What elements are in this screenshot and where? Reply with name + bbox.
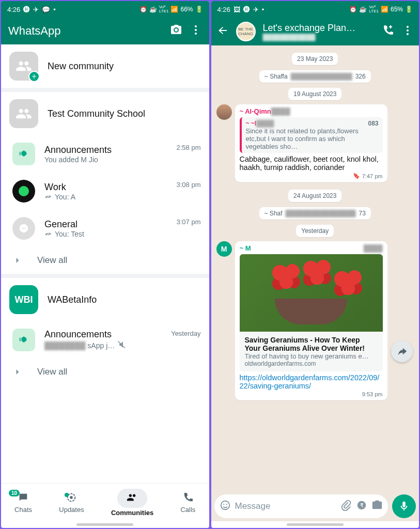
megaphone-icon (12, 143, 35, 165)
sender-avatar (216, 104, 232, 120)
input-placeholder: Message (235, 501, 337, 511)
message-bubble[interactable]: ~ Al-Qimn████ ~ ~l████083 Since it is no… (235, 104, 387, 182)
community-wabetainfo[interactable]: WBI WABetaInfo (1, 278, 209, 321)
battery-icon: 🔋 (405, 6, 413, 13)
nav-updates[interactable]: Updates (59, 492, 84, 514)
signal-icon: 📶 (170, 6, 178, 13)
community-list[interactable]: New community Test Community School Anno… (1, 44, 209, 483)
channel-announcements[interactable]: Announcements You added M Jio 2:58 pm (1, 135, 209, 173)
nav-calls[interactable]: Calls (180, 492, 195, 514)
menu-icon[interactable] (401, 24, 414, 39)
system-message: ~ Shaffa██████████████326 (259, 70, 371, 83)
chats-badge: 10 (9, 490, 20, 496)
message-url[interactable]: https://oldworldgardenfarms.com/2022/09/… (240, 374, 383, 390)
new-community-row[interactable]: New community (1, 44, 209, 92)
back-icon[interactable] (216, 24, 229, 39)
communities-icon (127, 492, 138, 503)
chat-app-bar: Let's exchange Plan… ████████████ (211, 18, 419, 45)
message-icon: 💬 (42, 6, 50, 13)
chat-scroll[interactable]: 23 May 2023 ~ Shaffa██████████████326 19… (211, 45, 419, 491)
svg-point-12 (407, 33, 409, 35)
svg-point-0 (195, 25, 197, 27)
plus-badge-icon (28, 71, 40, 82)
updates-dot (65, 493, 69, 497)
sender-avatar: M (216, 241, 232, 257)
message-input[interactable]: Message ₹ (214, 494, 388, 518)
svg-point-9 (70, 496, 73, 499)
sender-name: ~ Al-Qimn (240, 107, 271, 115)
app-title: WhatsApp (8, 24, 163, 38)
coffee-icon: ☕ (149, 6, 157, 13)
bookmark-icon: 🔖 (353, 173, 360, 179)
channel-general[interactable]: General You: Test 3:07 pm (1, 210, 209, 247)
community-name: WABetaInfo (48, 294, 201, 305)
channel-wbi-announcements[interactable]: Announcements ████████ sApp j… Yesterday (1, 321, 209, 359)
lte-icon: VoᴮLTE1 (369, 5, 379, 13)
group-avatar[interactable] (236, 22, 256, 41)
quoted-message[interactable]: ~ ~l████083 Since it is not related to p… (240, 117, 383, 153)
message-bubble-link[interactable]: M ~ M████ Saving Geraniums - How To Keep… (235, 241, 387, 400)
camera-icon[interactable] (371, 500, 383, 513)
telegram-icon: ✈ (33, 6, 39, 13)
svg-point-2 (195, 33, 197, 35)
nav-label: Calls (180, 506, 195, 514)
share-fab[interactable] (391, 340, 413, 362)
signal-icon: 📶 (381, 6, 388, 13)
link-description: Tired of having to buy new geraniums e… (245, 352, 378, 360)
camera-icon[interactable] (170, 24, 182, 38)
date-chip: 19 August 2023 (288, 88, 341, 100)
status-bar: 4:26 🅗 ✈ 💬 • ⏰ ☕ VoᴮLTE1 📶 66% 🔋 (1, 1, 209, 18)
nav-chats[interactable]: 10 Chats (14, 492, 32, 514)
alarm-icon: ⏰ (349, 6, 357, 13)
more-dot-icon: • (53, 6, 56, 13)
community-header[interactable]: Test Community School (1, 92, 209, 135)
channel-name: Announcements (44, 145, 167, 155)
gesture-handle (287, 523, 344, 526)
view-all-button[interactable]: View all (1, 359, 209, 385)
svg-point-15 (226, 504, 227, 505)
channel-time: 3:08 pm (177, 181, 201, 189)
channel-preview: You: A (55, 193, 75, 201)
community-avatar (9, 99, 38, 128)
left-phone: 4:26 🅗 ✈ 💬 • ⏰ ☕ VoᴮLTE1 📶 66% 🔋 WhatsAp… (1, 1, 209, 528)
bottom-nav: 10 Chats Updates Communities Calls (1, 483, 209, 521)
svg-point-13 (221, 501, 229, 510)
quote-sender: ~ ~l (246, 120, 257, 127)
message-body: Cabbage, cauliflower, beet root, knol kh… (240, 155, 383, 172)
channel-time: Yesterday (171, 330, 200, 337)
clock: 4:26 (7, 6, 20, 13)
community-icon (9, 52, 38, 81)
quote-tail: 083 (368, 120, 378, 127)
svg-text:₹: ₹ (360, 502, 364, 508)
view-all-button[interactable]: View all (1, 247, 209, 278)
channel-work[interactable]: Work You: A 3:08 pm (1, 173, 209, 210)
emoji-icon[interactable] (220, 500, 231, 513)
attach-icon[interactable] (340, 500, 352, 513)
image-icon: 🖼 (234, 6, 240, 13)
megaphone-icon (12, 329, 35, 351)
svg-point-7 (25, 228, 26, 229)
bubble-avatar (12, 217, 35, 240)
date-chip: 23 May 2023 (292, 53, 338, 65)
hz-icon: 🅗 (23, 6, 30, 13)
svg-point-3 (19, 186, 29, 196)
nav-label: Updates (59, 506, 84, 514)
system-message: ~ Shaf████████████████73 (259, 207, 371, 220)
rupee-icon[interactable]: ₹ (356, 500, 367, 513)
channel-name: General (44, 219, 167, 230)
mic-button[interactable] (392, 494, 416, 518)
lte-icon: VoᴮLTE1 (159, 5, 169, 13)
link-preview[interactable]: Saving Geraniums - How To Keep Your Gera… (240, 254, 383, 371)
nav-communities[interactable]: Communities (111, 489, 153, 517)
link-image (240, 254, 383, 332)
chevron-right-icon (12, 367, 23, 377)
svg-point-10 (407, 26, 409, 28)
chat-subtitle: ████████████ (263, 34, 375, 41)
menu-icon[interactable] (190, 24, 202, 38)
link-domain: oldworldgardenfarms.com (245, 360, 378, 367)
svg-point-14 (223, 504, 224, 505)
calls-icon (182, 492, 194, 503)
chat-title[interactable]: Let's exchange Plan… (263, 23, 375, 34)
clock: 4:26 (217, 6, 230, 13)
add-call-icon[interactable] (382, 24, 394, 39)
